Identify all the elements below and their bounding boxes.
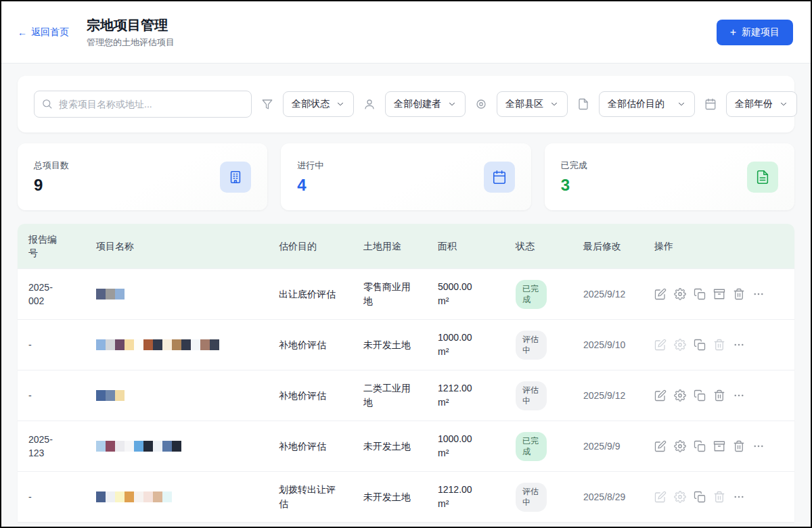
column-header-modified: 最后修改 [583,239,654,253]
land-use-cell: 未开发土地 [363,338,438,352]
redacted-block [125,441,134,452]
edit-button[interactable] [654,440,667,452]
area-cell: 5000.00 m² [438,280,516,308]
settings-button [674,491,686,503]
report-number-cell: - [28,338,96,352]
status-cell: 评估中 [516,331,583,359]
district-filter-value: 全部县区 [505,98,543,110]
land-use-cell: 二类工业用地 [363,381,438,410]
year-filter-value: 全部年份 [735,98,773,110]
copy-button[interactable] [694,440,706,452]
more-button[interactable] [752,288,765,300]
search-input[interactable] [34,91,252,118]
main-content: 全部状态 全部创建者 全部县区 全部估价目的 全部年份 总项目数 9 [1,64,811,522]
copy-button[interactable] [694,339,706,351]
project-name-cell [96,339,279,350]
creator-filter-select[interactable]: 全部创建者 [385,91,466,117]
purpose-cell: 补地价评估 [279,338,363,352]
land-use: 二类工业用地 [363,381,413,410]
more-button[interactable] [752,440,765,452]
project-name-redacted [96,390,268,401]
project-name-redacted [96,339,268,350]
filter-bar: 全部状态 全部创建者 全部县区 全部估价目的 全部年份 [18,76,794,133]
plus-icon: + [730,27,736,38]
column-header-status: 状态 [516,239,583,253]
more-button[interactable] [733,389,745,402]
status-cell: 已完成 [516,432,583,460]
back-home-link[interactable]: ← 返回首页 [18,26,69,39]
redacted-block [172,339,181,350]
table-row[interactable]: - 补地价评估 未开发土地 1000.00 m² 评估中 2025/9/10 [18,319,794,370]
area-cell: 1212.00 m² [438,483,516,511]
redacted-block [106,289,115,299]
stats-row: 总项目数 9 进行中 4 已完成 3 [18,143,794,210]
land-use-cell: 零售商业用地 [363,280,438,308]
more-button[interactable] [733,491,745,503]
project-name-cell [96,441,279,452]
status-badge: 评估中 [516,381,547,410]
project-name-cell [96,289,279,299]
copy-button[interactable] [694,389,706,402]
redacted-block [106,390,115,401]
area-cell: 1212.00 m² [438,381,516,410]
row-actions [654,288,794,300]
purpose-cell: 补地价评估 [279,389,363,403]
last-modified: 2025/9/12 [583,289,654,299]
more-button[interactable] [733,339,745,351]
report-number-cell: - [28,490,96,504]
trash-button[interactable] [733,288,745,300]
land-use: 未开发土地 [363,439,411,454]
edit-button[interactable] [654,389,667,402]
edit-button[interactable] [654,288,667,300]
stat-value: 9 [34,176,69,194]
back-home-label: 返回首页 [31,26,69,39]
area-value: 5000.00 [438,280,505,294]
trash-button[interactable] [713,389,725,402]
redacted-block [125,491,134,502]
settings-button[interactable] [674,440,686,452]
status-filter-select[interactable]: 全部状态 [283,91,354,117]
copy-button[interactable] [694,288,706,300]
redacted-block [181,339,191,350]
redacted-block [115,339,125,350]
stat-value: 3 [561,176,587,194]
archive-button[interactable] [713,288,725,300]
redacted-block [134,339,143,350]
purpose-filter-select[interactable]: 全部估价目的 [599,91,695,117]
year-filter-select[interactable]: 全部年份 [726,91,797,117]
redacted-block [134,491,143,502]
report-number: - [28,389,32,402]
table-header-row: 报告编号 项目名称 估价目的 土地用途 面积 状态 最后修改 操作 [18,224,794,268]
creator-filter-value: 全部创建者 [394,98,441,110]
table-row[interactable]: - 补地价评估 二类工业用地 1212.00 m² 评估中 2025/9/12 [18,370,794,421]
report-number: 2025-123 [28,433,64,460]
area-cell: 1000.00 m² [438,432,516,460]
redacted-block [210,339,219,350]
column-header-project-name: 项目名称 [96,239,279,253]
stat-card-in-progress: 进行中 4 [281,143,531,210]
new-project-button[interactable]: + 新建项目 [717,20,793,45]
settings-button[interactable] [674,288,686,300]
purpose-cell: 划拨转出让评估 [279,483,363,511]
archive-button[interactable] [713,440,725,452]
trash-button[interactable] [733,440,745,452]
settings-button[interactable] [674,389,686,402]
redacted-block [96,390,106,401]
new-project-label: 新建项目 [742,26,780,39]
stat-card-total: 总项目数 9 [18,143,267,210]
chevron-down-icon [336,99,345,109]
page-title: 宗地项目管理 [87,16,175,34]
redacted-block [162,441,172,452]
redacted-block [162,491,172,502]
area-value: 1212.00 [438,381,505,395]
copy-button[interactable] [694,491,706,503]
redacted-block [125,339,134,350]
funnel-icon [261,98,273,110]
chevron-down-icon [447,99,457,109]
project-name-redacted [96,441,268,452]
table-row[interactable]: - 划拨转出让评估 未开发土地 1212.00 m² 评估中 2025/8/29 [18,471,794,522]
table-row[interactable]: 2025-002 出让底价评估 零售商业用地 5000.00 m² 已完成 20… [18,268,794,319]
redacted-block [115,390,125,401]
table-row[interactable]: 2025-123 补地价评估 未开发土地 1000.00 m² 已完成 2025… [18,421,794,471]
district-filter-select[interactable]: 全部县区 [497,91,568,117]
